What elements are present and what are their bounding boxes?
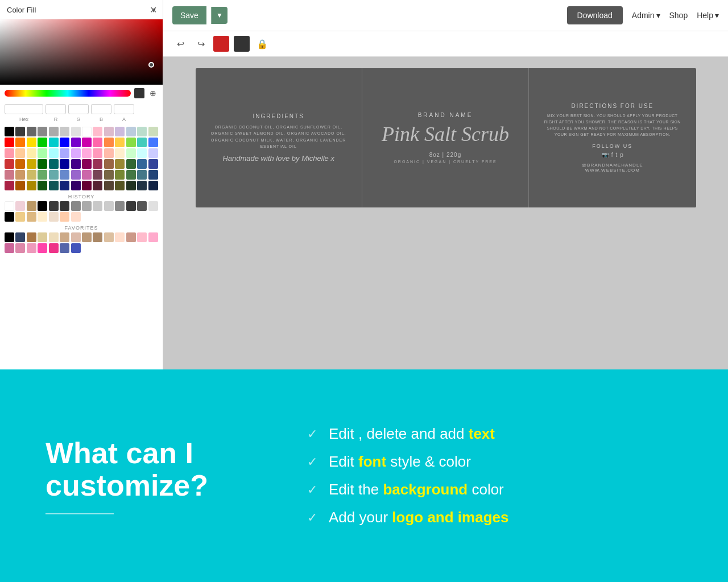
swatch[interactable] bbox=[5, 148, 14, 158]
swatch[interactable] bbox=[71, 170, 81, 180]
shop-nav[interactable]: Shop bbox=[669, 11, 688, 20]
swatch[interactable] bbox=[104, 181, 114, 190]
canvas-area[interactable]: INGREDIENTS ORGANIC COCONUT OIL, ORGANIC… bbox=[163, 57, 728, 369]
swatch[interactable] bbox=[60, 170, 69, 180]
swatch[interactable] bbox=[60, 181, 69, 190]
swatch[interactable] bbox=[148, 148, 158, 158]
swatch[interactable] bbox=[82, 148, 92, 158]
g-input[interactable]: 68 bbox=[68, 104, 89, 114]
swatch[interactable] bbox=[15, 127, 25, 136]
favorite-swatch[interactable] bbox=[71, 232, 81, 242]
swatch[interactable] bbox=[49, 159, 59, 169]
red-color-swatch[interactable] bbox=[213, 36, 229, 52]
favorite-swatch[interactable] bbox=[15, 243, 25, 253]
swatch[interactable] bbox=[126, 181, 136, 190]
gradient-picker[interactable] bbox=[0, 19, 163, 85]
history-swatch[interactable] bbox=[15, 212, 25, 222]
twitter-icon[interactable]: t bbox=[616, 152, 618, 158]
swatch[interactable] bbox=[137, 138, 147, 147]
a-input[interactable]: 1 bbox=[114, 104, 134, 114]
swatch[interactable] bbox=[104, 138, 114, 147]
swatch[interactable] bbox=[104, 127, 114, 136]
swatch[interactable] bbox=[137, 148, 147, 158]
swatch[interactable] bbox=[93, 138, 102, 147]
save-button[interactable]: Save bbox=[172, 6, 206, 24]
swatch[interactable] bbox=[115, 181, 125, 190]
swatch[interactable] bbox=[148, 181, 158, 190]
favorite-swatch[interactable] bbox=[126, 232, 136, 242]
swatch[interactable] bbox=[137, 181, 147, 190]
swatch[interactable] bbox=[15, 170, 25, 180]
swatch[interactable] bbox=[126, 148, 136, 158]
swatch[interactable] bbox=[5, 138, 14, 147]
favorite-swatch[interactable] bbox=[15, 232, 25, 242]
favorite-swatch[interactable] bbox=[71, 243, 81, 253]
redo-button[interactable]: ↪ bbox=[193, 36, 209, 52]
history-swatch[interactable] bbox=[15, 201, 25, 211]
swatch[interactable] bbox=[27, 148, 36, 158]
favorite-swatch[interactable] bbox=[49, 232, 59, 242]
history-swatch[interactable] bbox=[148, 201, 158, 211]
swatch[interactable] bbox=[15, 181, 25, 190]
instagram-icon[interactable]: 📷 bbox=[602, 152, 609, 158]
swatch[interactable] bbox=[15, 159, 25, 169]
swatch[interactable] bbox=[126, 159, 136, 169]
swatch[interactable] bbox=[137, 159, 147, 169]
swatch[interactable] bbox=[137, 127, 147, 136]
swatch[interactable] bbox=[49, 148, 59, 158]
history-swatch[interactable] bbox=[126, 201, 136, 211]
swatch[interactable] bbox=[5, 159, 14, 169]
swatch[interactable] bbox=[71, 148, 81, 158]
swatch[interactable] bbox=[15, 138, 25, 147]
swatch[interactable] bbox=[27, 138, 36, 147]
b-input[interactable]: 68 bbox=[91, 104, 111, 114]
swatch[interactable] bbox=[38, 170, 47, 180]
swatch[interactable] bbox=[82, 181, 92, 190]
download-button[interactable]: Download bbox=[567, 6, 623, 24]
history-swatch[interactable] bbox=[137, 201, 147, 211]
favorite-swatch[interactable] bbox=[38, 232, 47, 242]
undo-button[interactable]: ↩ bbox=[172, 36, 188, 52]
swatch[interactable] bbox=[115, 159, 125, 169]
close-icon[interactable]: ✕ bbox=[150, 5, 157, 15]
swatch[interactable] bbox=[38, 159, 47, 169]
swatch[interactable] bbox=[82, 170, 92, 180]
history-swatch[interactable] bbox=[27, 212, 36, 222]
history-swatch[interactable] bbox=[38, 201, 47, 211]
favorite-swatch[interactable] bbox=[5, 232, 14, 242]
history-swatch[interactable] bbox=[82, 201, 92, 211]
admin-nav[interactable]: Admin ▾ bbox=[632, 11, 660, 20]
eyedropper-button[interactable]: ⊕ bbox=[148, 88, 158, 98]
history-swatch[interactable] bbox=[93, 201, 102, 211]
pinterest-icon[interactable]: p bbox=[620, 152, 623, 158]
history-swatch[interactable] bbox=[60, 212, 69, 222]
swatch[interactable] bbox=[71, 127, 81, 136]
history-swatch[interactable] bbox=[71, 212, 81, 222]
swatch[interactable] bbox=[5, 127, 14, 136]
r-input[interactable]: 68 bbox=[46, 104, 66, 114]
swatch[interactable] bbox=[126, 170, 136, 180]
swatch[interactable] bbox=[38, 127, 47, 136]
swatch[interactable] bbox=[27, 127, 36, 136]
swatch[interactable] bbox=[115, 148, 125, 158]
swatch[interactable] bbox=[38, 148, 47, 158]
favorite-swatch[interactable] bbox=[60, 243, 69, 253]
favorite-swatch[interactable] bbox=[60, 232, 69, 242]
favorite-swatch[interactable] bbox=[49, 243, 59, 253]
history-swatch[interactable] bbox=[115, 201, 125, 211]
favorite-swatch[interactable] bbox=[27, 243, 36, 253]
swatch[interactable] bbox=[148, 159, 158, 169]
swatch[interactable] bbox=[60, 127, 69, 136]
facebook-icon[interactable]: f bbox=[611, 152, 613, 158]
swatch[interactable] bbox=[104, 148, 114, 158]
swatch[interactable] bbox=[126, 127, 136, 136]
swatch[interactable] bbox=[93, 148, 102, 158]
history-swatch[interactable] bbox=[27, 201, 36, 211]
swatch[interactable] bbox=[5, 181, 14, 190]
swatch[interactable] bbox=[93, 127, 102, 136]
swatch[interactable] bbox=[115, 138, 125, 147]
favorite-swatch[interactable] bbox=[5, 243, 14, 253]
hex-input[interactable]: 444444 bbox=[5, 104, 43, 114]
swatch[interactable] bbox=[60, 138, 69, 147]
favorite-swatch[interactable] bbox=[27, 232, 36, 242]
